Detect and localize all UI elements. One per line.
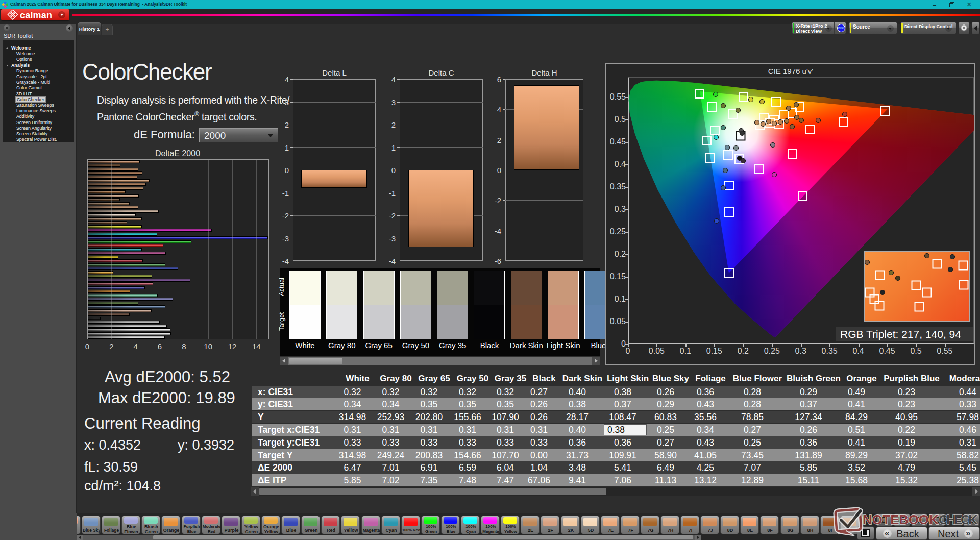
svg-text:CHECK: CHECK: [939, 512, 978, 527]
svg-text:NOTEBOOK: NOTEBOOK: [863, 512, 939, 527]
